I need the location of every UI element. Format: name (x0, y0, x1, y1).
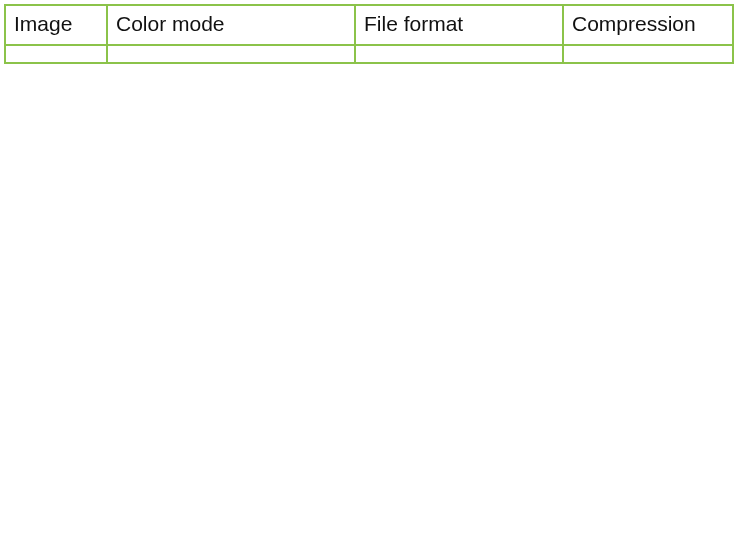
body-image (6, 46, 106, 62)
column-compression: Compression CompressCCITTJBIG2JPEGPackBi… (564, 6, 732, 62)
file-format-item: Photoshop (362, 66, 536, 68)
header-image: Image (6, 6, 106, 46)
header-compression: Compression (564, 6, 732, 46)
file-format-label: Photoshop (378, 66, 464, 68)
diagram-table: Image Color mode BilevelGrayscaleIndexed… (4, 4, 734, 64)
connector-image-to-mode (6, 46, 108, 68)
body-file-format: PhotoshopBMPEPSFJPEGJPEG 2000JBIG2PDFPIC… (356, 46, 562, 62)
body-color-mode: BilevelGrayscaleIndexedRGB√CMYKCIE LabSp… (108, 46, 354, 62)
column-file-format: File format PhotoshopBMPEPSFJPEGJPEG 200… (356, 6, 564, 62)
column-color-mode: Color mode BilevelGrayscaleIndexedRGB√CM… (108, 6, 356, 62)
body-compression: CompressCCITTJBIG2JPEGPackBits√noneZIPWa… (564, 46, 732, 62)
header-color-mode: Color mode (108, 6, 354, 46)
header-file-format: File format (356, 6, 562, 46)
connector-mode-fan-out (108, 46, 356, 68)
column-image: Image (6, 6, 108, 62)
file-format-list: PhotoshopBMPEPSFJPEGJPEG 2000JBIG2PDFPIC… (362, 66, 536, 68)
